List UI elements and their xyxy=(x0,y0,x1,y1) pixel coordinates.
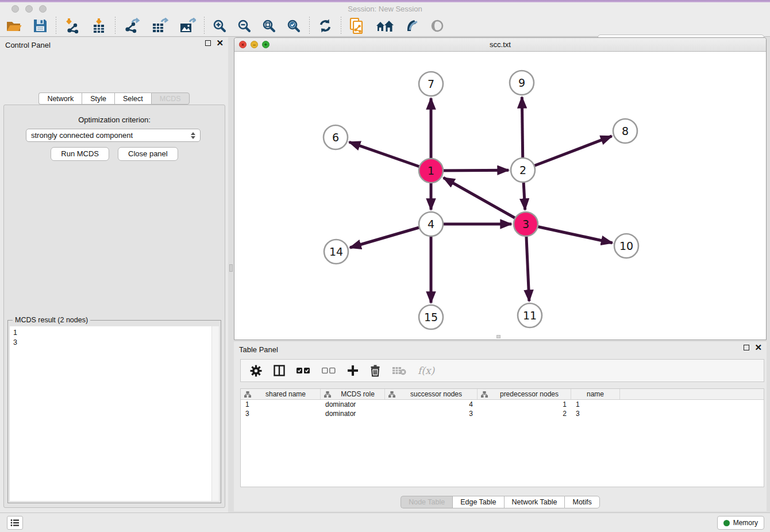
network-view-window: × – + scc.txt 7968124314101511 xyxy=(234,37,767,340)
node-label-2: 2 xyxy=(519,164,526,176)
hierarchy-icon xyxy=(244,391,251,398)
node-label-9: 9 xyxy=(518,76,525,89)
gear-icon[interactable] xyxy=(245,361,267,380)
table-row[interactable]: 3dominator323 xyxy=(241,409,764,418)
result-line: 1 xyxy=(13,328,215,338)
window-resize-handle[interactable] xyxy=(496,335,500,338)
toolbar-separator xyxy=(309,17,310,35)
hierarchy-icon xyxy=(388,391,395,398)
table-row[interactable]: 1dominator411 xyxy=(241,400,764,409)
network-graph: 7968124314101511 xyxy=(234,52,766,340)
zoom-in-icon[interactable] xyxy=(207,16,232,36)
control-panel-tabs: NetworkStyleSelectMCDS xyxy=(0,92,228,105)
dropdown-value: strongly connected component xyxy=(31,131,191,140)
first-neighbors-icon[interactable] xyxy=(370,16,400,36)
zoom-selected-icon[interactable] xyxy=(282,16,306,36)
float-table-panel-icon[interactable] xyxy=(744,345,749,350)
export-image-icon[interactable] xyxy=(174,16,201,36)
refresh-view-icon[interactable] xyxy=(313,16,338,36)
import-table-icon[interactable] xyxy=(86,16,112,36)
cell-MCDS-role[interactable]: dominator xyxy=(321,409,385,418)
export-network-icon[interactable] xyxy=(118,16,146,36)
tab-network[interactable]: Network xyxy=(38,92,82,105)
mcds-result-group: MCDS result (2 nodes) 13 xyxy=(7,320,221,503)
table-panel-tabs: Node TableEdge TableNetwork TableMotifs xyxy=(234,496,767,508)
node-label-11: 11 xyxy=(523,309,537,322)
cell-MCDS-role[interactable]: dominator xyxy=(321,400,385,409)
network-canvas[interactable]: 7968124314101511 xyxy=(234,52,766,340)
memory-button[interactable]: Memory xyxy=(717,516,764,530)
column-header-successor-nodes[interactable]: successor nodes xyxy=(385,389,478,399)
cell-predecessor-nodes[interactable]: 2 xyxy=(478,409,571,418)
edge-3-10[interactable] xyxy=(526,224,613,243)
column-header-name[interactable]: name xyxy=(571,389,620,399)
close-panel-button[interactable]: Close panel xyxy=(118,147,178,161)
memory-status-icon xyxy=(723,520,730,526)
tab-edge-table[interactable]: Edge Table xyxy=(452,496,503,508)
float-panel-icon[interactable] xyxy=(205,40,211,46)
cell-predecessor-nodes[interactable]: 1 xyxy=(478,400,571,409)
run-mcds-button[interactable]: Run MCDS xyxy=(51,147,109,161)
optimization-criterion-dropdown[interactable]: strongly connected component xyxy=(26,129,201,142)
add-icon[interactable] xyxy=(342,361,363,380)
table-panel-title: Table Panel xyxy=(239,345,278,354)
trash-icon[interactable] xyxy=(365,361,385,380)
list-icon xyxy=(10,519,20,527)
network-window-titlebar[interactable]: × – + scc.txt xyxy=(234,38,766,52)
control-panel-title: Control Panel xyxy=(5,41,51,49)
optimization-criterion-label: Optimization criterion: xyxy=(4,115,225,124)
mcds-result-text[interactable]: 13 xyxy=(10,326,219,501)
table-toolbar: f(x) xyxy=(240,359,764,382)
tab-network-table[interactable]: Network Table xyxy=(504,496,565,508)
session-title: Session: New Session xyxy=(0,5,770,13)
tab-motifs[interactable]: Motifs xyxy=(564,496,599,508)
mcds-result-title: MCDS result (2 nodes) xyxy=(13,316,90,324)
result-scrollbar[interactable] xyxy=(211,326,219,501)
edge-3-1[interactable] xyxy=(444,178,526,224)
edge-2-8[interactable] xyxy=(523,136,612,170)
tab-node-table[interactable]: Node Table xyxy=(401,496,452,508)
column-header-shared-name[interactable]: shared name xyxy=(241,389,321,399)
import-network-icon[interactable] xyxy=(59,16,86,36)
toolbar-separator xyxy=(341,17,341,35)
application-window: Session: New Session xyxy=(0,0,770,532)
panel-splitter-handle[interactable] xyxy=(229,264,233,272)
cell-shared-name[interactable]: 1 xyxy=(241,400,321,409)
cell-successor-nodes[interactable]: 3 xyxy=(385,409,478,418)
open-session-icon[interactable] xyxy=(0,16,28,36)
deselect-all-icon[interactable] xyxy=(317,361,340,380)
annotation-icon[interactable] xyxy=(400,16,425,36)
close-panel-icon[interactable]: ✕ xyxy=(216,40,224,46)
show-graphics-details-icon[interactable] xyxy=(425,16,449,36)
column-header-MCDS-role[interactable]: MCDS role xyxy=(321,389,385,399)
cell-shared-name[interactable]: 3 xyxy=(241,409,321,418)
edge-1-6[interactable] xyxy=(349,142,431,171)
cell-successor-nodes[interactable]: 4 xyxy=(385,400,478,409)
cell-name[interactable]: 3 xyxy=(571,409,620,418)
column-header-predecessor-nodes[interactable]: predecessor nodes xyxy=(478,389,571,399)
table-header-row: shared nameMCDS rolesuccessor nodesprede… xyxy=(241,389,764,400)
node-label-15: 15 xyxy=(424,311,438,323)
save-session-icon[interactable] xyxy=(28,16,53,36)
node-label-8: 8 xyxy=(622,125,629,137)
zoom-fit-icon[interactable] xyxy=(257,16,282,36)
node-label-1: 1 xyxy=(428,164,434,177)
new-network-from-selection-icon[interactable] xyxy=(344,16,370,36)
select-all-icon[interactable] xyxy=(292,361,315,380)
tab-style[interactable]: Style xyxy=(82,92,114,105)
function-builder-icon: f(x) xyxy=(413,361,439,380)
close-table-panel-icon[interactable]: ✕ xyxy=(754,345,762,350)
zoom-out-icon[interactable] xyxy=(232,16,257,36)
main-titlebar: Session: New Session xyxy=(0,2,770,16)
columns-icon[interactable] xyxy=(269,361,290,380)
task-history-button[interactable] xyxy=(7,516,23,530)
export-table-icon[interactable] xyxy=(146,16,174,36)
hierarchy-icon xyxy=(481,391,488,398)
tab-select[interactable]: Select xyxy=(114,92,151,105)
cell-name[interactable]: 1 xyxy=(571,400,620,409)
tab-mcds[interactable]: MCDS xyxy=(151,92,190,105)
main-toolbar xyxy=(0,16,770,37)
hierarchy-icon xyxy=(324,391,331,398)
control-panel: Control Panel ✕ NetworkStyleSelectMCDS O… xyxy=(0,37,228,512)
network-window-title: scc.txt xyxy=(234,40,766,49)
